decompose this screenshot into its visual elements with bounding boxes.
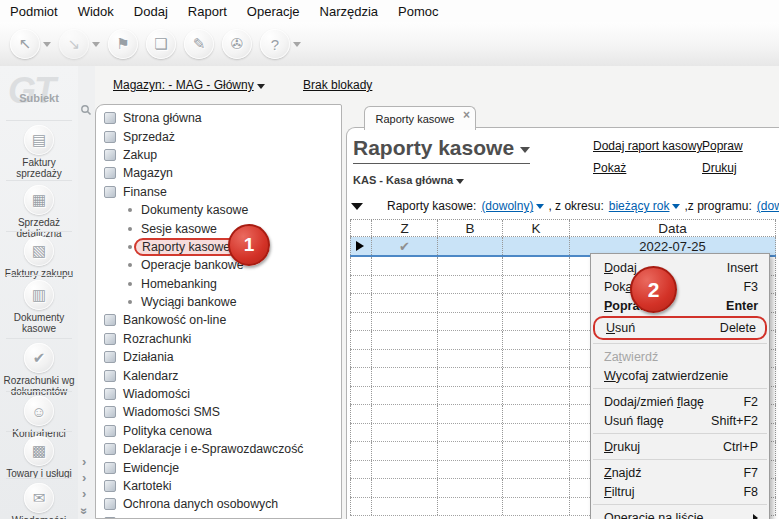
tree-item-rozrachunki[interactable]: Rozrachunki	[96, 330, 341, 348]
link-dodaj-raport-kasowy[interactable]: Dodaj raport kasowy	[593, 139, 702, 153]
menu-item-popraw[interactable]: PoprawEnter	[591, 296, 769, 315]
tree-item-homebanking[interactable]: Homebanking	[96, 275, 341, 293]
magnifier-icon[interactable]	[80, 102, 92, 120]
tree-item-strona-glowna[interactable]: Strona główna	[96, 109, 341, 127]
edit-document-icon[interactable]: ✎	[184, 29, 214, 59]
menu-item-dodaj-zmien-flage[interactable]: Dodaj/zmień flagęF2	[591, 392, 769, 411]
sidebar-item-faktury-zakupu[interactable]: ▧Faktury zakupu	[0, 231, 78, 279]
divider	[6, 275, 72, 276]
tree-item-dokumenty-kasowe[interactable]: Dokumenty kasowe	[96, 201, 341, 219]
tree-item-wiadomosci-sms[interactable]: Wiadomości SMS	[96, 403, 341, 421]
cash-register-selector[interactable]: KAS - Kasa główna	[353, 174, 464, 186]
chevron-down-icon[interactable]	[293, 42, 301, 47]
tree-item-finanse[interactable]: Finanse	[96, 183, 341, 201]
menu-operacje[interactable]: Operacje	[237, 1, 310, 22]
sidebar-item-towary-i-uslugi[interactable]: ▩Towary i usługi	[0, 431, 78, 479]
tree-item-label: Działania	[123, 350, 174, 364]
tree-item-zakup[interactable]: Zakup	[96, 146, 341, 164]
tree-item-label: Magazyn	[123, 166, 173, 180]
flag-icon[interactable]: ⚑	[108, 29, 138, 59]
empty-cell	[503, 350, 570, 368]
tree-item-raporty-kasowe[interactable]: Raporty kasowe	[96, 238, 341, 256]
menu-dodaj[interactable]: Dodaj	[124, 1, 178, 22]
stamp-icon[interactable]: ✇	[222, 29, 252, 59]
tree-item-magazyn[interactable]: Magazyn	[96, 164, 341, 182]
menu-item-znajdz[interactable]: ZnajdźF7	[591, 463, 769, 482]
warehouse-selector[interactable]: Magazyn: - MAG - Główny	[113, 78, 265, 92]
tree-item-deklaracje-i-e-sprawozdawczosc[interactable]: Deklaracje i e-Sprawozdawczość	[96, 440, 341, 458]
sidebar-item-dokumenty-kasowe[interactable]: ▥Dokumenty kasowe	[0, 275, 78, 334]
link-pokaz[interactable]: Pokaż	[593, 161, 702, 175]
tree-item-kalendarz[interactable]: Kalendarz	[96, 366, 341, 384]
back-icon[interactable]: ↖	[10, 29, 40, 59]
link-drukuj[interactable]: Drukuj	[702, 161, 743, 175]
menu-item-dodaj[interactable]: DodajInsert	[591, 258, 769, 277]
menu-item-drukuj[interactable]: DrukujCtrl+P	[591, 437, 769, 456]
menu-item-label: Operacje na liście	[604, 511, 703, 519]
context-menu: DodajInsertPokażF3PoprawEnterUsuńDeleteZ…	[590, 253, 770, 519]
menu-widok[interactable]: Widok	[68, 1, 124, 22]
empty-cell	[350, 331, 372, 349]
tree-item-operacje-bankowe[interactable]: Operacje bankowe	[96, 256, 341, 274]
tree-item-dzialania[interactable]: Działania	[96, 348, 341, 366]
table-header-row: ZBKData	[350, 219, 776, 237]
expand-chevron-icon[interactable]	[82, 454, 86, 469]
bullet-icon	[128, 300, 132, 304]
new-document-icon[interactable]: ❏	[146, 29, 176, 59]
tree-item-kartoteki[interactable]: Kartoteki	[96, 477, 341, 495]
column-filter-icon[interactable]	[351, 203, 363, 210]
page-title-dropdown[interactable]: Raporty kasowe	[353, 136, 530, 164]
menu-pomoc[interactable]: Pomoc	[388, 1, 448, 22]
tab-raporty-kasowe[interactable]: Raporty kasowe	[364, 106, 476, 130]
menu-raport[interactable]: Raport	[178, 1, 237, 22]
column-header-b[interactable]: B	[438, 220, 503, 236]
tree-item-label: Finanse	[123, 185, 167, 199]
tree-item-bankowosc-on-line[interactable]: Bankowość on-line	[96, 311, 341, 329]
menu-narzedzia[interactable]: Narzędzia	[310, 1, 389, 22]
tree-item-wiadomosci[interactable]: Wiadomości	[96, 385, 341, 403]
tree-item-ochrona-danych-osobowych[interactable]: Ochrona danych osobowych	[96, 495, 341, 513]
empty-cell	[350, 257, 372, 275]
filter-program-dropdown[interactable]: (dowolny)	[757, 199, 779, 213]
menu-item-shortcut: F8	[733, 485, 758, 499]
lock-status-link[interactable]: Brak blokady	[303, 78, 372, 92]
tree-item-wyciagi-bankowe[interactable]: Wyciągi bankowe	[96, 293, 341, 311]
empty-cell	[503, 442, 570, 460]
empty-cell	[372, 276, 438, 294]
tree-item-naklejki[interactable]: Naklejki	[96, 514, 341, 519]
tree-item-label: Wyciągi bankowe	[141, 295, 237, 309]
tree-item-sprzedaz[interactable]: Sprzedaż	[96, 127, 341, 145]
close-icon[interactable]	[463, 108, 470, 122]
module-sidebar: GT Subiekt ▤Faktury sprzedaży▦Sprzedaż d…	[0, 66, 79, 519]
sidebar-item-wiadomosci[interactable]: ✉Wiadomości	[0, 478, 78, 519]
menu-separator	[593, 388, 767, 389]
sidebar-item-faktury-sprzedazy[interactable]: ▤Faktury sprzedaży	[0, 120, 78, 179]
selected-row-arrow-icon	[356, 241, 364, 251]
menu-item-operacje-na-liscie[interactable]: Operacje na liście	[591, 508, 769, 519]
menu-podmiot[interactable]: Podmiot	[0, 1, 68, 22]
column-header-data[interactable]: Data	[570, 220, 776, 236]
filter-type-dropdown[interactable]: (dowolny)	[481, 199, 533, 213]
purchase-invoices-icon: ▧	[24, 236, 54, 266]
column-header-k[interactable]: K	[503, 220, 570, 236]
expand-chevron-icon[interactable]	[82, 470, 86, 485]
chevron-down-icon[interactable]	[43, 42, 51, 47]
sidebar-item-rozrachunki-wg-dokumentow[interactable]: ✔Rozrachunki wg dokumentów	[0, 338, 78, 397]
menu-item-shortcut: Delete	[710, 321, 756, 335]
menu-item-usun[interactable]: UsuńDelete	[593, 316, 767, 340]
menu-item-wycofaj-zatwierdzenie[interactable]: Wycofaj zatwierdzenie	[591, 366, 769, 385]
help-icon[interactable]: ?	[260, 29, 290, 59]
menu-item-filtruj[interactable]: FiltrujF8	[591, 482, 769, 501]
expand-all-icon[interactable]	[77, 508, 91, 515]
tree-item-polityka-cenowa[interactable]: Polityka cenowa	[96, 422, 341, 440]
tree-item-sesje-kasowe[interactable]: Sesje kasowe	[96, 219, 341, 237]
filter-period-dropdown[interactable]: bieżący rok	[609, 199, 670, 213]
tree-item-ewidencje[interactable]: Ewidencje	[96, 458, 341, 476]
menu-separator	[593, 433, 767, 434]
product-name: Subiekt	[0, 92, 78, 104]
link-popraw[interactable]: Popraw	[702, 139, 743, 153]
column-header-z[interactable]: Z	[372, 220, 438, 236]
menu-item-usun-flage[interactable]: Usuń flagęShift+F2	[591, 411, 769, 430]
menu-item-pokaz[interactable]: PokażF3	[591, 277, 769, 296]
expand-chevron-icon[interactable]	[82, 486, 86, 501]
